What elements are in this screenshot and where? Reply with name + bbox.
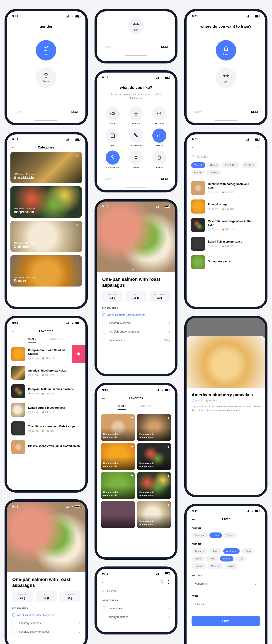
ingredient-row[interactable]: handfuls cherry tomatoes6	[7, 628, 86, 636]
ingredient-row[interactable]: cherry tomatoes6	[97, 613, 176, 621]
prev-button[interactable]: PREV	[14, 110, 21, 114]
heart-icon[interactable]: ♡	[258, 242, 261, 246]
fish-option[interactable]	[106, 106, 120, 120]
back-icon[interactable]: ←	[191, 517, 196, 521]
back-icon[interactable]: ←	[101, 396, 106, 400]
recipe-row[interactable]: Rice with baked vegetables in the oven🕐 …	[191, 216, 261, 234]
filter-icon[interactable]: ▽	[160, 580, 164, 584]
grid-card[interactable]: ♥Hummus with pomegranate	[137, 443, 171, 470]
grid-card[interactable]: ♥Hummus with pomegranate	[137, 414, 171, 441]
ingredient-row[interactable]: handfuls cherry tomatoes6	[97, 327, 176, 336]
grid-card[interactable]: ♥Hummus with pomegranate	[101, 443, 135, 470]
tab-meals[interactable]: MEALS	[118, 405, 126, 410]
grid-card[interactable]: ♥Hummus with pomegranate	[101, 414, 135, 441]
tab-meals[interactable]: MEALS	[28, 338, 36, 342]
recipe-row[interactable]: Pumpkin soup🕐 25 min🔥 234 kcal♡	[191, 197, 261, 216]
chip[interactable]: Lunch	[210, 532, 222, 538]
category-card[interactable]: ♡1823 meals • 2k recipesSoups	[10, 255, 82, 286]
gym-option[interactable]: gym	[216, 67, 236, 88]
gender-female-option[interactable]: female	[36, 67, 56, 88]
chip[interactable]: American	[192, 548, 208, 554]
heart-icon[interactable]: ♡	[258, 223, 261, 227]
chip[interactable]: Dinner	[207, 162, 220, 168]
chip[interactable]: Breakfast	[242, 162, 257, 168]
next-button[interactable]: NEXT	[251, 110, 258, 114]
organic-option[interactable]	[152, 150, 166, 164]
chip[interactable]: Mexican	[208, 563, 222, 569]
chip[interactable]: Vegetables	[222, 162, 240, 168]
heart-icon[interactable]: ♡	[258, 260, 261, 264]
chip[interactable]: View all	[191, 162, 205, 168]
filter-button[interactable]: Filter	[192, 616, 260, 626]
chip[interactable]: Italian	[192, 556, 204, 562]
chip[interactable]: Australian	[223, 548, 240, 554]
grid-card[interactable]	[101, 501, 135, 528]
back-icon[interactable]: ←	[191, 145, 196, 150]
chip[interactable]: Asian	[210, 548, 222, 554]
tab-workouts[interactable]: WORKOUTS	[140, 405, 154, 410]
recipe-row[interactable]: The ultimate makeover: Fish & chips🕐 15 …	[11, 419, 81, 438]
category-card[interactable]: ♡1336 meals • 1k recipesBreakfasts	[10, 152, 82, 183]
grid-card[interactable]: ♥Hummus with pomegranate	[137, 472, 171, 499]
chip[interactable]: Chinese	[206, 170, 221, 176]
back-icon[interactable]: ←	[101, 580, 106, 584]
add-all-button[interactable]: +Add all ingridients to the shopping lis…	[7, 611, 86, 619]
chip[interactable]: Breakfast	[192, 532, 208, 538]
chip[interactable]: Brunch	[191, 170, 205, 176]
recipe-row[interactable]: Baked fish in cream sauce🕐 40 min🔥 389 k…	[191, 234, 261, 253]
recipe-row[interactable]: Pumpkin, halloumi & chilli omelette🕐 15 …	[11, 382, 81, 400]
next-button[interactable]: NEXT	[72, 110, 79, 114]
ingredient-row[interactable]: cucumbers8	[97, 604, 176, 613]
chip[interactable]: French	[220, 556, 234, 562]
fruits-option[interactable]	[152, 128, 166, 142]
recipe-row[interactable]: Classic scones with jam & clotted cream	[11, 438, 81, 456]
back-icon[interactable]: ←	[11, 329, 16, 333]
vegan-option[interactable]	[129, 150, 143, 164]
ingredient-row[interactable]: salmon fillets280 g	[97, 336, 176, 344]
vegetarian-option[interactable]	[106, 150, 120, 164]
heart-icon[interactable]: ♡	[76, 224, 79, 228]
chip[interactable]: Spanish	[192, 563, 206, 569]
chip[interactable]: British	[242, 548, 254, 554]
chip[interactable]: Thai	[235, 556, 246, 562]
add-all-button[interactable]: +Add all ingridients to the shopping lis…	[97, 311, 176, 319]
avoid-dropdown[interactable]: 8 foods⌄	[192, 600, 260, 609]
ingredient-row[interactable]: asparagus spears8	[7, 619, 86, 628]
chip[interactable]: Greek	[206, 556, 218, 562]
prev-button[interactable]: PREV	[104, 45, 111, 48]
dairy-option[interactable]	[106, 128, 120, 142]
vegetables-option[interactable]	[129, 128, 143, 142]
nutrition-dropdown[interactable]: Veganism⌄	[192, 579, 260, 588]
tab-workouts[interactable]: WORKOUTS	[50, 338, 64, 342]
back-icon[interactable]: ←	[11, 145, 16, 150]
heart-icon[interactable]: ♡	[76, 258, 79, 262]
chip[interactable]: Indian	[225, 563, 237, 569]
ingredient-row[interactable]: asparagus spears8	[97, 319, 176, 327]
gym-option[interactable]: gym	[128, 18, 144, 34]
category-card[interactable]: ♡2531 meals • 2k recipesVegetarian	[10, 186, 82, 218]
heart-icon[interactable]: ♡	[76, 154, 79, 159]
heart-icon[interactable]: ♡	[76, 189, 79, 193]
more-icon[interactable]: ⋮	[166, 580, 171, 584]
category-card[interactable]: ♡587 meals • 677 recipesChinese	[10, 221, 82, 252]
snacks-option[interactable]	[129, 106, 143, 120]
home-option[interactable]: home	[216, 40, 236, 60]
delete-button[interactable]: 🗑	[72, 345, 86, 363]
recipe-row[interactable]: American blueberry pancakes🕐 15 min🔥 346…	[11, 363, 81, 382]
heart-icon[interactable]: ♡	[258, 205, 261, 208]
recipe-row[interactable]: Hummus with pomegranate and nuts🕐 13 min…	[191, 178, 261, 197]
next-button[interactable]: NEXT	[161, 45, 168, 48]
chip[interactable]: Dinner	[224, 532, 237, 538]
next-button[interactable]: NEXT	[161, 178, 168, 181]
protein-option[interactable]	[152, 106, 166, 120]
grid-card[interactable]: ♥Hummus with pomegranate	[137, 501, 171, 528]
recipe-row[interactable]: Lemon curd & blueberry loaf🕐 15 min🔥 346…	[11, 400, 81, 419]
heart-icon[interactable]: ♡	[258, 186, 261, 190]
grid-card[interactable]: ♥Hummus with pomegranate	[101, 472, 135, 499]
prev-button[interactable]: PREV	[104, 178, 111, 181]
search-input[interactable]: Search...	[97, 587, 176, 595]
prev-button[interactable]: PREV	[193, 110, 201, 114]
more-icon[interactable]: ⋮	[256, 145, 261, 150]
search-input[interactable]: Search...	[186, 152, 265, 161]
recipe-row[interactable]: Springtime pasta♡	[191, 253, 261, 272]
